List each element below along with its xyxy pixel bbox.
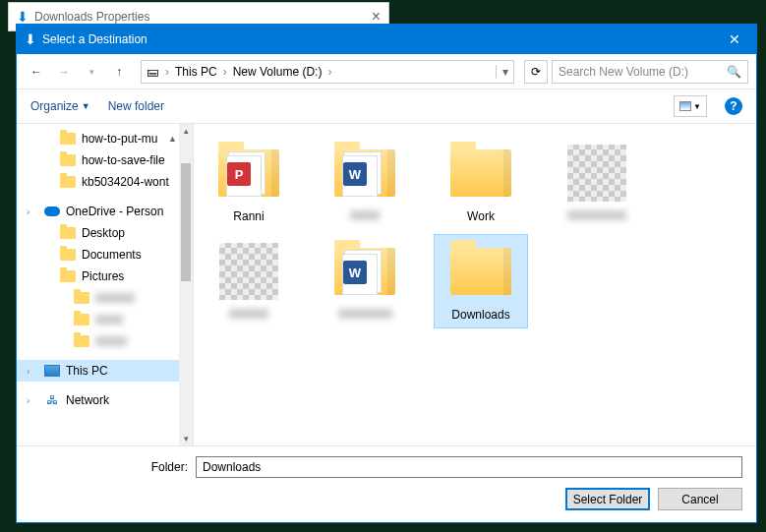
folder-icon bbox=[60, 154, 76, 166]
cancel-button[interactable]: Cancel bbox=[658, 488, 742, 510]
tree-item[interactable]: Documents bbox=[17, 244, 193, 266]
tree-item[interactable] bbox=[17, 287, 193, 309]
scroll-down-icon[interactable]: ▾ bbox=[179, 432, 193, 445]
folder-icon bbox=[450, 248, 511, 295]
file-list[interactable]: P Ranni W Work W bbox=[194, 124, 756, 445]
tree-item-this-pc[interactable]: ›This PC bbox=[17, 360, 193, 382]
thumbnails-icon bbox=[679, 101, 691, 111]
breadcrumb-drive[interactable]: New Volume (D:) bbox=[229, 65, 326, 79]
blurred-text bbox=[95, 315, 123, 325]
tree-label: kb5034204-wont bbox=[82, 175, 169, 189]
folder-item-selected[interactable]: Downloads bbox=[434, 234, 528, 328]
pixelated-thumb bbox=[567, 145, 626, 202]
tree-label: Desktop bbox=[82, 226, 125, 240]
down-arrow-icon: ⬇ bbox=[17, 9, 29, 25]
scrollbar-thumb[interactable] bbox=[181, 163, 191, 281]
sidebar-scrollbar[interactable]: ▴ ▾ bbox=[179, 124, 193, 445]
view-mode-button[interactable]: ▼ bbox=[674, 95, 707, 117]
blurred-text bbox=[95, 336, 127, 346]
tree-item[interactable] bbox=[17, 330, 193, 352]
drive-icon: 🖴 bbox=[142, 65, 163, 79]
search-icon[interactable]: 🔍 bbox=[727, 65, 741, 79]
tree-label: how-to-save-file bbox=[82, 153, 165, 167]
new-folder-button[interactable]: New folder bbox=[108, 99, 164, 113]
folder-item[interactable]: W bbox=[318, 136, 412, 230]
help-button[interactable]: ? bbox=[725, 97, 742, 115]
select-folder-button[interactable]: Select Folder bbox=[565, 488, 650, 510]
tree-label: how-to-put-mu bbox=[82, 132, 157, 146]
folder-name-row: Folder: bbox=[30, 456, 742, 478]
chevron-right-icon[interactable]: › bbox=[27, 366, 29, 377]
folder-icon bbox=[74, 314, 89, 325]
folder-item[interactable] bbox=[202, 234, 296, 328]
chevron-right-icon[interactable]: › bbox=[27, 207, 29, 217]
tree-label: Documents bbox=[82, 248, 142, 262]
down-arrow-icon: ⬇ bbox=[25, 31, 36, 47]
folder-icon bbox=[450, 149, 511, 197]
chevron-right-icon[interactable]: › bbox=[325, 65, 333, 79]
tree-item-onedrive[interactable]: ›OneDrive - Person bbox=[17, 201, 193, 222]
search-input[interactable] bbox=[559, 65, 727, 79]
pdf-icon: P bbox=[227, 162, 251, 186]
close-button[interactable]: ✕ bbox=[712, 25, 756, 54]
tree-item[interactable]: Pictures bbox=[17, 266, 193, 287]
tree-item[interactable]: Desktop bbox=[17, 222, 193, 244]
navigation-pane: how-to-put-mu▲ how-to-save-file kb503420… bbox=[17, 124, 194, 445]
item-label bbox=[567, 209, 626, 223]
scroll-up-icon[interactable]: ▴ bbox=[179, 124, 193, 138]
recent-dropdown[interactable]: ▾ bbox=[80, 60, 103, 84]
network-icon: 🖧 bbox=[44, 394, 60, 406]
chevron-right-icon[interactable]: › bbox=[27, 395, 29, 406]
refresh-button[interactable]: ⟳ bbox=[524, 60, 548, 84]
tree-label: This PC bbox=[66, 364, 108, 378]
toolbar: Organize ▼ New folder ▼ ? bbox=[17, 89, 756, 123]
forward-button: → bbox=[52, 60, 76, 84]
item-label bbox=[350, 209, 380, 223]
dialog-footer: Folder: Select Folder Cancel bbox=[17, 445, 756, 522]
address-bar[interactable]: 🖴 › This PC › New Volume (D:) › ▾ bbox=[141, 60, 514, 84]
navigation-bar: ← → ▾ ↑ 🖴 › This PC › New Volume (D:) › … bbox=[17, 54, 756, 89]
tree-label: OneDrive - Person bbox=[66, 205, 163, 218]
word-icon: W bbox=[343, 162, 367, 186]
folder-icon bbox=[74, 292, 89, 304]
tree-item-network[interactable]: ›🖧Network bbox=[17, 389, 193, 411]
folder-name-input[interactable] bbox=[196, 456, 742, 478]
address-dropdown-icon[interactable]: ▾ bbox=[496, 65, 513, 79]
chevron-down-icon: ▼ bbox=[82, 101, 90, 111]
dialog-body: how-to-put-mu▲ how-to-save-file kb503420… bbox=[17, 123, 756, 445]
folder-label: Folder: bbox=[30, 460, 188, 474]
folder-item[interactable]: W bbox=[318, 234, 412, 328]
folder-icon bbox=[60, 176, 76, 188]
chevron-right-icon[interactable]: › bbox=[221, 65, 229, 79]
word-icon: W bbox=[343, 261, 367, 284]
folder-icon bbox=[74, 335, 89, 347]
search-box[interactable]: 🔍 bbox=[552, 60, 748, 84]
organize-menu[interactable]: Organize ▼ bbox=[30, 99, 90, 113]
folder-icon bbox=[60, 227, 76, 239]
titlebar: ⬇ Select a Destination ✕ bbox=[17, 25, 756, 54]
tree-label: Network bbox=[66, 393, 109, 407]
organize-label: Organize bbox=[30, 99, 79, 113]
folder-icon bbox=[60, 270, 76, 282]
tree-item[interactable]: kb5034204-wont bbox=[17, 171, 193, 193]
item-label: Downloads bbox=[451, 308, 509, 322]
folder-item[interactable] bbox=[550, 136, 644, 230]
up-button[interactable]: ↑ bbox=[107, 60, 131, 84]
tree-item[interactable]: how-to-save-file bbox=[17, 149, 193, 171]
pixelated-thumb bbox=[219, 243, 278, 300]
dialog-title: Select a Destination bbox=[42, 32, 712, 46]
onedrive-icon bbox=[44, 207, 60, 216]
folder-item[interactable]: Work bbox=[434, 136, 528, 230]
button-row: Select Folder Cancel bbox=[30, 488, 742, 510]
chevron-down-icon: ▼ bbox=[693, 102, 701, 111]
chevron-right-icon[interactable]: › bbox=[163, 65, 171, 79]
tree-label: Pictures bbox=[82, 269, 124, 283]
select-destination-dialog: ⬇ Select a Destination ✕ ← → ▾ ↑ 🖴 › Thi… bbox=[16, 24, 757, 523]
tree-item[interactable] bbox=[17, 309, 193, 330]
breadcrumb-this-pc[interactable]: This PC bbox=[171, 65, 221, 79]
tree-item[interactable]: how-to-put-mu▲ bbox=[17, 128, 193, 149]
blurred-text bbox=[95, 293, 135, 303]
back-button[interactable]: ← bbox=[25, 60, 48, 84]
item-label: Work bbox=[467, 209, 495, 223]
folder-item[interactable]: P Ranni bbox=[202, 136, 296, 230]
